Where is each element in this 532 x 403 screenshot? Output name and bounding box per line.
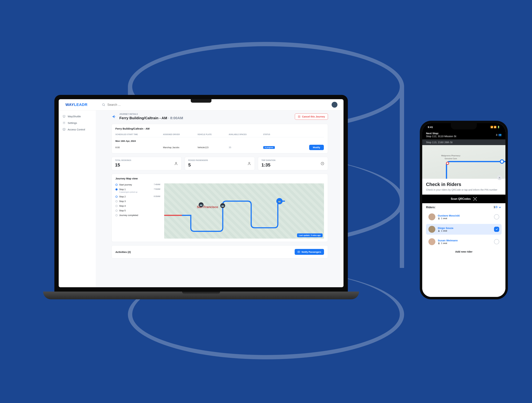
upcoming-stop: Stop 113, 2160 26th St (422, 139, 505, 145)
svg-point-13 (438, 217, 439, 218)
cell-status: In progress (263, 146, 293, 149)
phone-map[interactable]: Walgreens Pharmacy Genuine Care (422, 145, 505, 179)
breadcrumb: JOURNEY DETAILS (120, 113, 291, 115)
clock-icon (321, 162, 324, 165)
scan-qr-button[interactable]: Scan QRCodes (422, 195, 505, 203)
phone-route (422, 145, 505, 179)
svg-point-10 (500, 160, 504, 163)
sidebar-item-label: Access Control (68, 128, 85, 131)
map-canvas[interactable]: San Francisco 🚌 🚌 🚌 Last update: 3 mins … (164, 183, 324, 239)
stat-bookings: TOTAL BOOKINGS15 (112, 157, 182, 170)
rider-name: Susan Weimann (438, 239, 492, 242)
svg-point-4 (64, 123, 64, 123)
last-update-badge: Last update: 3 mins ago (297, 233, 323, 237)
svg-point-14 (438, 230, 439, 231)
cube-icon (63, 128, 66, 131)
shuttle-icon (63, 115, 66, 118)
user-icon (438, 217, 440, 219)
checkin-sheet: ✕ Check in Riders Check in your riders b… (422, 179, 505, 297)
rider-name: Gustavo Mosciski (438, 214, 492, 217)
journey-table-card: Ferry Building/Caltrain - AM SCHEDULED S… (112, 124, 328, 153)
stop-item: Journey completed (115, 214, 160, 217)
stops-list: Start journey7:40AM Stop 12 passengers p… (115, 183, 160, 239)
riders-label: Riders: (426, 206, 436, 209)
svg-rect-9 (298, 251, 300, 253)
user-icon (174, 162, 178, 165)
svg-rect-12 (475, 198, 475, 199)
stat-picked: PICKED PASSENGERS5 (185, 157, 255, 170)
next-stop-addr: Stop 112, 3110 Mission St (426, 135, 456, 138)
checkbox[interactable] (494, 239, 499, 244)
svg-point-11 (446, 162, 449, 164)
svg-point-0 (102, 104, 104, 105)
sheet-subtitle: Check in your riders by QRCode or tap an… (426, 188, 502, 192)
phone-indicators: 📶 📶 🔋 (490, 126, 500, 128)
main-content: JOURNEY DETAILS Ferry Building/Caltrain … (96, 110, 343, 287)
user-icon (438, 230, 440, 232)
close-icon[interactable]: ✕ (497, 175, 502, 180)
user-avatar[interactable] (332, 102, 337, 108)
cell-time: 8:00 (115, 146, 161, 149)
rider-row[interactable]: Gustavo Mosciski1 seat (426, 211, 502, 222)
activities-title: Activities (2) (115, 250, 131, 254)
phone-time: 9:41 (428, 126, 433, 129)
cancel-journey-button[interactable]: Cancel this Journey (295, 113, 328, 120)
notify-passengers-button[interactable]: Notify Passengers (295, 249, 324, 255)
rider-name: Diego Souza (438, 227, 492, 229)
stop-item: Stop 12 passengers picked up7:50AM (115, 188, 160, 193)
user-icon (247, 162, 251, 165)
cell-spaces: 35 (229, 146, 261, 149)
cell-plate: Vehicle123 (197, 146, 227, 149)
laptop-base (43, 291, 359, 299)
search-input[interactable] (107, 103, 328, 107)
table-header: SCHEDULED START TIMEASSIGNED DRIVERVEHIC… (115, 134, 324, 137)
stop-item: Stop 3 (115, 200, 160, 203)
map-card: Journey Map view Start journey7:40AM Sto… (112, 174, 328, 242)
add-rider-button[interactable]: Add new rider (426, 249, 502, 254)
message-icon (298, 250, 300, 253)
x-square-icon (298, 115, 301, 118)
card-title: Ferry Building/Caltrain - AM (115, 127, 324, 130)
rider-avatar (428, 213, 435, 220)
sidebar-item-label: Settings (68, 121, 77, 124)
map-title: Journey Map view (115, 177, 324, 180)
qr-icon (473, 197, 477, 201)
checkbox[interactable] (494, 214, 499, 219)
rider-row[interactable]: Diego Souza1 seat (426, 224, 502, 235)
stats-row: TOTAL BOOKINGS15 PICKED PASSENGERS5 TRIP… (112, 157, 328, 170)
search-icon (102, 103, 105, 106)
cell-driver: Marshay Jacobs (163, 146, 196, 149)
riders-header[interactable]: Riders: 1/3 (426, 203, 502, 211)
stop-item: Stop 28:00AM (115, 195, 160, 198)
chevron-down-icon (498, 206, 502, 209)
gear-icon (63, 121, 66, 124)
user-icon (438, 242, 440, 244)
phone-notch (451, 123, 477, 129)
stop-pin-icon: 🚌 (220, 203, 225, 208)
modify-button[interactable]: Modify (309, 145, 324, 150)
stop-item: Start journey7:40AM (115, 183, 160, 186)
rider-row[interactable]: Susan Weimann1 seat (426, 236, 502, 247)
sidebar-item-access[interactable]: Access Control (59, 126, 96, 133)
back-icon[interactable] (112, 114, 116, 119)
page-title: Ferry Building/Caltrain - AM · 8:00AM (120, 116, 291, 120)
current-pin-icon: 🚌 (276, 198, 283, 204)
logo: WAYLEADR (65, 102, 98, 107)
sidebar-item-label: WayShuttle (68, 115, 81, 118)
next-stop-label: Next Stop: (426, 132, 456, 135)
svg-point-6 (175, 162, 177, 164)
stat-duration: TRIP DURATION1:35 (258, 157, 328, 170)
phone-mockup: 9:41 📶 📶 🔋 Next Stop: Stop 112, 3110 Mis… (420, 121, 508, 299)
svg-point-15 (438, 242, 439, 243)
stop-pin-icon: 🚌 (199, 202, 203, 207)
stop-item: Stop 5 (115, 209, 160, 212)
route-line (164, 183, 324, 239)
svg-rect-1 (63, 115, 65, 117)
rider-avatar (428, 238, 435, 245)
checkbox-checked[interactable] (494, 227, 499, 232)
rider-avatar (428, 226, 435, 233)
table-date: Mon 16th Apr, 2024 (115, 137, 324, 142)
sidebar-item-wayshuttle[interactable]: WayShuttle (59, 113, 96, 120)
svg-point-7 (249, 162, 250, 164)
sidebar-item-settings[interactable]: Settings (59, 120, 96, 126)
